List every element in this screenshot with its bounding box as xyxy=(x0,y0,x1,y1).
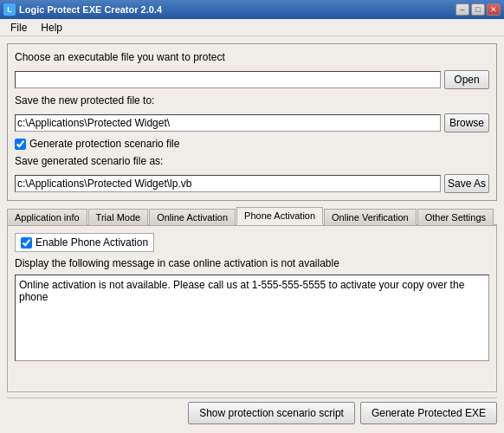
show-script-button[interactable]: Show protection scenario script xyxy=(188,402,355,424)
title-bar-left: L Logic Protect EXE Creator 2.0.4 xyxy=(3,3,162,16)
app-icon: L xyxy=(3,3,16,16)
tab-trial-mode[interactable]: Trial Mode xyxy=(88,209,149,225)
menu-bar: File Help xyxy=(0,19,504,36)
enable-phone-label: Enable Phone Activation xyxy=(36,236,148,249)
save-label: Save the new protected file to: xyxy=(15,94,489,107)
window-title: Logic Protect EXE Creator 2.0.4 xyxy=(19,4,162,15)
top-group: Choose an executable file you want to pr… xyxy=(7,43,497,201)
exe-input-row: Open xyxy=(15,70,489,89)
tab-phone-activation[interactable]: Phone Activation xyxy=(236,207,323,225)
menu-file[interactable]: File xyxy=(3,20,34,36)
tab-content-phone-activation: Enable Phone Activation Display the foll… xyxy=(7,226,497,392)
maximize-button[interactable]: □ xyxy=(471,3,485,16)
generate-scenario-checkbox[interactable] xyxy=(15,139,26,150)
exe-file-input[interactable] xyxy=(15,71,441,88)
enable-phone-activation-row: Enable Phone Activation xyxy=(15,233,154,252)
save-as-button[interactable]: Save As xyxy=(444,174,489,193)
enable-phone-checkbox[interactable] xyxy=(21,237,32,249)
generate-scenario-row: Generate protection scenario file xyxy=(15,138,489,150)
title-bar: L Logic Protect EXE Creator 2.0.4 – □ ✕ xyxy=(0,0,504,19)
generate-scenario-label: Generate protection scenario file xyxy=(29,138,179,150)
scenario-save-label: Save generated scenario file as: xyxy=(15,155,489,167)
window-content: Choose an executable file you want to pr… xyxy=(0,36,504,433)
generate-protected-button[interactable]: Generate Protected EXE xyxy=(360,402,497,424)
message-label: Display the following message in case on… xyxy=(15,257,489,269)
scenario-path-row: Save As xyxy=(15,174,489,193)
scenario-path-input[interactable] xyxy=(15,175,441,192)
tabs-bar: Application info Trial Mode Online Activ… xyxy=(7,204,497,226)
tab-app-info[interactable]: Application info xyxy=(7,209,87,225)
save-path-row: Browse xyxy=(15,113,489,132)
close-button[interactable]: ✕ xyxy=(487,3,501,16)
title-bar-controls: – □ ✕ xyxy=(456,3,501,16)
tab-other-settings[interactable]: Other Settings xyxy=(417,209,494,225)
choose-label: Choose an executable file you want to pr… xyxy=(15,51,489,63)
tab-online-verification[interactable]: Online Verification xyxy=(324,209,417,225)
browse-button[interactable]: Browse xyxy=(444,113,489,132)
minimize-button[interactable]: – xyxy=(456,3,469,16)
tabs-section: Application info Trial Mode Online Activ… xyxy=(7,204,497,392)
tab-online-activation[interactable]: Online Activation xyxy=(149,209,236,225)
message-textarea[interactable] xyxy=(15,275,489,361)
bottom-bar: Show protection scenario script Generate… xyxy=(7,397,497,426)
save-path-input[interactable] xyxy=(15,114,441,132)
menu-help[interactable]: Help xyxy=(34,20,69,36)
open-button[interactable]: Open xyxy=(444,70,489,89)
